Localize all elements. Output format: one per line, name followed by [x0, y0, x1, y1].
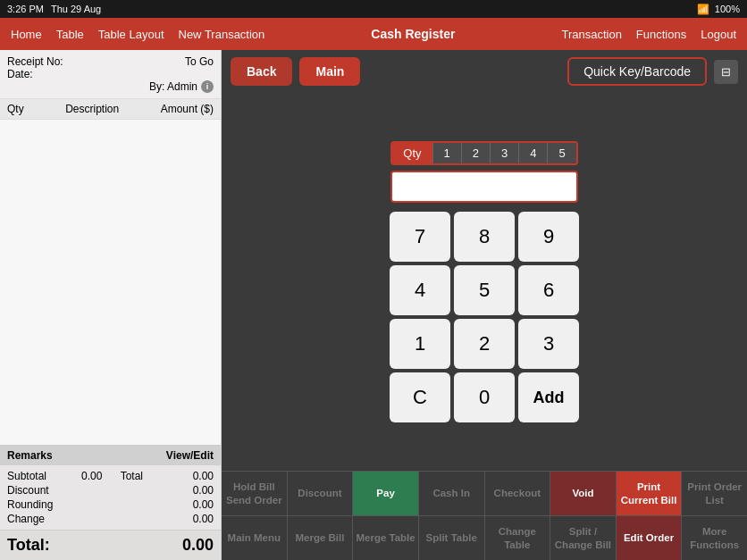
remarks-label: Remarks: [7, 449, 53, 462]
action-top-btn-1: Discount: [288, 472, 354, 515]
num-btn-5[interactable]: 5: [454, 265, 515, 315]
total-big-label: Total:: [7, 536, 50, 555]
action-bottom-btn-1: Merge Bill: [288, 516, 354, 560]
total-val: 0.00: [169, 470, 214, 482]
right-toolbar: Back Main Quick Key/Barcode ⊟: [222, 50, 747, 93]
change-label: Change: [7, 513, 45, 525]
change-val: 0.00: [169, 513, 214, 525]
discount-val: 0.00: [169, 484, 214, 497]
discount-label: Discount: [7, 484, 49, 497]
battery: 100%: [715, 4, 740, 14]
qty-tab-2[interactable]: 2: [462, 143, 491, 163]
action-top-btn-2[interactable]: Pay: [353, 472, 419, 515]
col-headers: Qty Description Amount ($): [0, 99, 221, 120]
action-bar-bottom: Main MenuMerge BillMerge TableSplit Tabl…: [222, 515, 747, 560]
rounding-label: Rounding: [7, 498, 53, 511]
col-qty: Qty: [7, 103, 24, 115]
quick-key-barcode[interactable]: Quick Key/Barcode: [567, 57, 707, 86]
status-bar: 3:26 PM Thu 29 Aug 📶 100%: [0, 0, 747, 18]
num-btn-1[interactable]: 1: [390, 319, 450, 369]
num-btn-c[interactable]: C: [390, 372, 450, 422]
date-label: Date:: [7, 68, 33, 80]
receipt-no-label: Receipt No:: [7, 55, 63, 68]
date: Thu 29 Aug: [51, 4, 101, 14]
nav-bar: Home Table Table Layout New Transaction …: [0, 18, 747, 50]
nav-transaction[interactable]: Transaction: [561, 28, 621, 41]
back-button[interactable]: Back: [231, 57, 292, 86]
col-amount: Amount ($): [161, 103, 214, 115]
view-edit-label[interactable]: View/Edit: [166, 449, 214, 462]
action-bottom-btn-5: Split / Change Bill: [550, 516, 617, 560]
total-big-val: 0.00: [182, 536, 214, 555]
subtotal-label: Subtotal: [7, 470, 46, 482]
left-panel: Receipt No: To Go Date: By: Admin i Qty …: [0, 50, 222, 560]
total-label: Total: [113, 470, 158, 482]
action-top-btn-0: Hold Bill Send Order: [222, 472, 288, 515]
num-btn-4[interactable]: 4: [390, 265, 450, 315]
action-top-btn-3: Cash In: [419, 472, 485, 515]
qty-tab-5[interactable]: 5: [548, 143, 575, 163]
nav-functions[interactable]: Functions: [636, 28, 686, 41]
barcode-input[interactable]: [390, 171, 578, 203]
subtotal-val: 0.00: [57, 470, 102, 482]
action-bottom-btn-4: Change Table: [485, 516, 551, 560]
action-bottom-btn-6[interactable]: Edit Order: [617, 516, 683, 560]
qty-tab-3[interactable]: 3: [491, 143, 519, 163]
by-label: By: Admin: [149, 80, 197, 93]
qty-tab-label[interactable]: Qty: [392, 143, 432, 163]
receipt-items: [0, 120, 221, 445]
numpad: 7 8 9 4 5 6 1 2 3 C 0 Add: [390, 212, 579, 422]
qty-tab-1[interactable]: 1: [433, 143, 462, 163]
qty-tabs: Qty 1 2 3 4 5: [390, 141, 577, 165]
num-btn-9[interactable]: 9: [518, 212, 579, 262]
action-bottom-btn-2: Merge Table: [353, 516, 419, 560]
nav-logout[interactable]: Logout: [701, 28, 736, 41]
action-top-btn-4: Checkout: [485, 472, 551, 515]
num-btn-3[interactable]: 3: [518, 319, 579, 369]
num-btn-0[interactable]: 0: [454, 372, 515, 422]
scan-icon-button[interactable]: ⊟: [714, 60, 738, 84]
receipt-header: Receipt No: To Go Date: By: Admin i: [0, 50, 221, 99]
action-bottom-btn-0: Main Menu: [222, 516, 288, 560]
nav-new-transaction[interactable]: New Transaction: [179, 28, 265, 41]
total-big: Total: 0.00: [0, 530, 221, 560]
action-bar-top: Hold Bill Send OrderDiscountPayCash InCh…: [222, 471, 747, 515]
to-go-label: To Go: [185, 55, 214, 68]
nav-home[interactable]: Home: [11, 28, 42, 41]
num-btn-8[interactable]: 8: [454, 212, 515, 262]
admin-icon: i: [201, 80, 214, 93]
app-title: Cash Register: [371, 27, 455, 41]
scan-icon: ⊟: [721, 65, 731, 79]
right-panel: Back Main Quick Key/Barcode ⊟ Qty 1 2 3 …: [222, 50, 747, 560]
bottom-bars: Hold Bill Send OrderDiscountPayCash InCh…: [222, 471, 747, 560]
totals-section: Subtotal 0.00 Total 0.00 Discount 0.00 R…: [0, 465, 221, 530]
action-top-btn-7: Print Order List: [682, 472, 747, 515]
numpad-area: Qty 1 2 3 4 5 7 8 9 4 5 6 1 2 3 C 0 Add: [222, 93, 747, 471]
num-btn-add[interactable]: Add: [518, 372, 579, 422]
col-desc: Description: [65, 103, 119, 115]
num-btn-6[interactable]: 6: [518, 265, 579, 315]
main-button[interactable]: Main: [299, 57, 360, 86]
action-top-btn-5[interactable]: Void: [550, 472, 617, 515]
nav-table[interactable]: Table: [56, 28, 84, 41]
time: 3:26 PM: [7, 4, 44, 14]
qty-tab-4[interactable]: 4: [519, 143, 548, 163]
action-bottom-btn-7: More Functions: [682, 516, 747, 560]
wifi-icon: 📶: [697, 4, 709, 15]
remarks-section: Remarks View/Edit Subtotal 0.00 Total 0.…: [0, 445, 221, 530]
action-bottom-btn-3: Split Table: [419, 516, 485, 560]
num-btn-2[interactable]: 2: [454, 319, 515, 369]
num-btn-7[interactable]: 7: [390, 212, 450, 262]
action-top-btn-6[interactable]: Print Current Bill: [617, 472, 683, 515]
rounding-val: 0.00: [169, 498, 214, 511]
nav-table-layout[interactable]: Table Layout: [98, 28, 164, 41]
